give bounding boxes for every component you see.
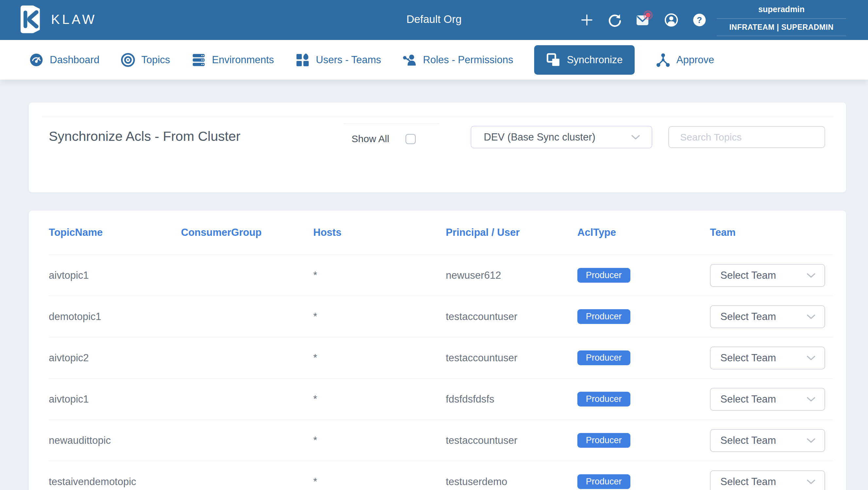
hosts-cell: * [313, 311, 446, 323]
search-topics-input[interactable] [668, 126, 825, 148]
nav-item-approve[interactable]: Approve [656, 52, 714, 67]
acl-type-cell: Producer [577, 433, 710, 448]
table-row: aivtopic1 * fdsfdsfdsfs Producer Select … [49, 378, 833, 420]
column-header-acltype[interactable]: AclType [577, 227, 710, 238]
principal-cell: newuser612 [446, 269, 577, 281]
hosts-cell: * [313, 393, 446, 405]
users-teams-icon [295, 52, 310, 67]
chevron-down-icon [806, 314, 816, 320]
topic-name-cell: aivtopic1 [49, 269, 181, 281]
topic-name-cell: aivtopic1 [49, 393, 181, 405]
topic-name-cell: testaivendemotopic [49, 476, 181, 488]
klaw-logo[interactable]: KLAW [17, 4, 97, 34]
hosts-cell: * [313, 435, 446, 446]
chevron-down-icon [806, 438, 816, 443]
nav-item-topics[interactable]: Topics [120, 52, 170, 67]
acl-sync-table-card: TopicName ConsumerGroup Hosts Principal … [29, 211, 846, 490]
column-header-consumergroup[interactable]: ConsumerGroup [181, 227, 313, 238]
nav-item-users-teams[interactable]: Users - Teams [295, 52, 381, 67]
team-select-value: Select Team [720, 269, 776, 281]
svg-text:?: ? [697, 16, 702, 25]
chevron-down-icon [806, 272, 816, 279]
chevron-down-icon [806, 396, 816, 402]
team-select-value: Select Team [720, 311, 776, 323]
notifications-button[interactable] [634, 10, 653, 29]
topic-name-cell: demotopic1 [49, 311, 181, 323]
team-select[interactable]: Select Team [710, 305, 825, 328]
principal-cell: testuserdemo [446, 476, 577, 488]
acl-type-cell: Producer [577, 474, 710, 489]
nav-item-synchronize[interactable]: Synchronize [534, 45, 634, 75]
team-cell: Select Team [710, 264, 833, 287]
table-row: demotopic1 * testaccountuser Producer Se… [49, 296, 833, 337]
principal-cell: testaccountuser [446, 311, 577, 323]
acl-type-badge: Producer [577, 474, 630, 489]
table-row: testaivendemotopic * testuserdemo Produc… [49, 461, 833, 490]
team-role: INFRATEAM | SUPERADMIN [717, 19, 846, 36]
team-select-value: Select Team [720, 393, 776, 405]
team-select-value: Select Team [720, 435, 776, 446]
column-header-team[interactable]: Team [710, 227, 833, 238]
acl-type-cell: Producer [577, 392, 710, 406]
nav-label: Users - Teams [316, 54, 381, 66]
column-header-topicname[interactable]: TopicName [49, 227, 181, 238]
nav-item-roles-permissions[interactable]: Roles - Permissions [402, 52, 513, 67]
topics-target-icon [120, 52, 135, 67]
principal-cell: testaccountuser [446, 352, 577, 364]
team-cell: Select Team [710, 347, 833, 370]
org-title: Default Org [406, 13, 462, 26]
hosts-cell: * [313, 269, 446, 281]
principal-cell: fdsfdsfdsfs [446, 393, 577, 405]
main-navigation: Dashboard Topics Environments Users - Te… [0, 40, 868, 80]
acl-type-badge: Producer [577, 268, 630, 283]
acl-type-badge: Producer [577, 350, 630, 365]
team-select[interactable]: Select Team [710, 388, 825, 411]
nav-label: Dashboard [50, 54, 99, 66]
show-all-label: Show All [351, 133, 389, 144]
table-row: newaudittopic * testaccountuser Producer… [49, 420, 833, 461]
help-button[interactable]: ? [690, 10, 709, 29]
team-cell: Select Team [710, 429, 833, 452]
add-button[interactable] [577, 10, 596, 29]
topbar-icon-group: ? [577, 0, 709, 40]
team-select[interactable]: Select Team [710, 470, 825, 490]
column-header-principal[interactable]: Principal / User [446, 227, 577, 238]
team-select[interactable]: Select Team [710, 264, 825, 287]
cluster-select-value: DEV (Base Sync cluster) [484, 131, 595, 143]
acl-type-cell: Producer [577, 268, 710, 283]
team-select[interactable]: Select Team [710, 347, 825, 370]
chevron-down-icon [806, 479, 816, 485]
refresh-icon [608, 12, 622, 28]
account-button[interactable] [662, 10, 681, 29]
user-menu[interactable]: superadmin INFRATEAM | SUPERADMIN [717, 0, 846, 36]
nav-item-dashboard[interactable]: Dashboard [29, 52, 99, 67]
team-select[interactable]: Select Team [710, 429, 825, 452]
principal-cell: testaccountuser [446, 435, 577, 446]
team-cell: Select Team [710, 305, 833, 328]
klaw-logo-icon [17, 4, 42, 34]
top-header-bar: KLAW Default Org [0, 0, 868, 40]
show-all-group: Show All [351, 133, 416, 144]
team-cell: Select Team [710, 388, 833, 411]
team-select-value: Select Team [720, 352, 776, 364]
show-all-checkbox[interactable] [405, 134, 416, 144]
cluster-select[interactable]: DEV (Base Sync cluster) [471, 126, 652, 148]
hosts-cell: * [313, 476, 446, 488]
table-row: aivtopic1 * newuser612 Producer Select T… [49, 255, 833, 296]
hosts-cell: * [313, 352, 446, 364]
username: superadmin [717, 0, 846, 19]
show-all-divider [344, 123, 439, 124]
refresh-button[interactable] [606, 10, 624, 29]
table-header-row: TopicName ConsumerGroup Hosts Principal … [49, 211, 833, 255]
account-icon [664, 12, 679, 28]
nav-label: Roles - Permissions [423, 54, 513, 66]
nav-item-environments[interactable]: Environments [191, 52, 274, 67]
chevron-down-icon [631, 134, 641, 140]
acl-type-badge: Producer [577, 309, 630, 324]
topic-name-cell: aivtopic2 [49, 352, 181, 364]
acl-type-cell: Producer [577, 350, 710, 365]
column-header-hosts[interactable]: Hosts [313, 227, 446, 238]
add-icon [579, 12, 594, 28]
card-divider [41, 116, 833, 116]
nav-label: Approve [677, 54, 714, 66]
